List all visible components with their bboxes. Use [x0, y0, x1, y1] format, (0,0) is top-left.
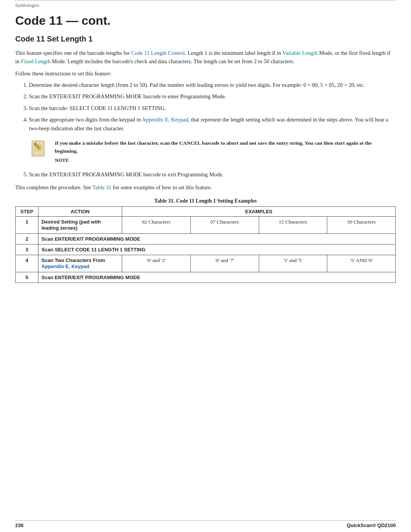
conclusion: This completes the procedure. See Table … [15, 183, 396, 192]
step-1: Determine the desired character length (… [29, 81, 396, 89]
note-text: If you make a mistake before the last ch… [55, 140, 372, 153]
table-row: 1 Desired Setting (pad with leading zero… [16, 216, 396, 233]
link-table31[interactable]: Table 31 [92, 184, 112, 190]
example-cell-4: 50 Characters [327, 216, 396, 233]
step-5: Scan the ENTER/EXIT PROGRAMMING MODE bar… [29, 170, 396, 179]
example-cell-4: '5' AND '0' [327, 255, 396, 272]
action-cell-span: Scan ENTER/EXIT PROGRAMMING MODE [38, 272, 396, 283]
top-rule [15, 0, 396, 3]
body-text-1a: This feature specifies one of the barcod… [15, 50, 130, 56]
body-text-1b: . Length 1 is the minimum label length i… [185, 50, 281, 56]
conclusion-prefix: This completes the procedure. See [15, 184, 91, 190]
th-action: ACTION [38, 206, 122, 216]
table-caption: Table 31. Code 11 Length 1 Setting Examp… [15, 198, 396, 204]
action-cell: Desired Setting (pad with leading zeroes… [38, 216, 122, 233]
section-title: Code 11 Set Length 1 [15, 35, 396, 43]
link-fixed[interactable]: Fixed Length [21, 58, 51, 64]
step-cell: 5 [16, 272, 38, 283]
steps-list: Determine the desired character length (… [29, 81, 396, 133]
link-length-control[interactable]: Code 11 Length Control [131, 50, 185, 56]
body-paragraph-1: This feature specifies one of the barcod… [15, 49, 396, 66]
step4-prefix: Scan the appropriate two digits from the… [29, 117, 141, 123]
action-text: Desired Setting (pad with leading zeroes… [41, 219, 101, 231]
chapter-title: Code 11 — cont. [15, 14, 396, 28]
example-cell-3: 15 Characters [259, 216, 327, 233]
table-row: 2 Scan ENTER/EXIT PROGRAMMING MODE [16, 233, 396, 244]
note-label: NOTE [55, 157, 396, 163]
action-text: Scan ENTER/EXIT PROGRAMMING MODE [41, 275, 140, 280]
action-text: Scan SELECT CODE 11 LENGTH 1 SETTING [41, 247, 145, 252]
table-row: 4 Scan Two Characters From Appendix E, K… [16, 255, 396, 272]
action-cell-span: Scan ENTER/EXIT PROGRAMMING MODE [38, 233, 396, 244]
step-4: Scan the appropriate two digits from the… [29, 115, 396, 133]
instructions-intro: Follow these instructions to set this fe… [15, 70, 396, 77]
step-cell: 1 [16, 216, 38, 233]
table-row: 5 Scan ENTER/EXIT PROGRAMMING MODE [16, 272, 396, 283]
footer-product: QuickScan® QD2100 [347, 522, 396, 528]
action-cell: Scan Two Characters From Appendix E, Key… [38, 255, 122, 272]
steps-list-2: Scan the ENTER/EXIT PROGRAMMING MODE bar… [29, 170, 396, 179]
body-text-1d: Mode. Length includes the barcode's chec… [52, 58, 294, 64]
action-cell-span: Scan SELECT CODE 11 LENGTH 1 SETTING [38, 244, 396, 255]
step-cell: 4 [16, 255, 38, 272]
step-2: Scan the ENTER/EXIT PROGRAMMING MODE bar… [29, 92, 396, 101]
note-box: If you make a mistake before the last ch… [29, 139, 396, 163]
footer-rule [15, 520, 396, 521]
examples-table: STEP ACTION EXAMPLES 1 Desired Setting (… [15, 206, 396, 283]
table-row: 3 Scan SELECT CODE 11 LENGTH 1 SETTING [16, 244, 396, 255]
link-variable[interactable]: Variable Length [282, 50, 318, 56]
breadcrumb: Symbologies [15, 3, 396, 10]
action-link-appendix[interactable]: Appendix E, Keypad [41, 264, 89, 269]
link-appendix[interactable]: Appendix E, Keypad [142, 117, 188, 123]
conclusion-suffix-text: for some examples of how to set this fea… [113, 184, 212, 190]
step-3: Scan the barcode: SELECT CODE 11 LENGTH … [29, 104, 396, 112]
step-cell: 3 [16, 244, 38, 255]
action-text: Scan ENTER/EXIT PROGRAMMING MODE [41, 236, 140, 242]
step-cell: 2 [16, 233, 38, 244]
example-cell-2: '0' and '7' [190, 255, 259, 272]
footer-page: 236 [15, 522, 24, 528]
note-icon [29, 139, 49, 160]
th-step: STEP [16, 206, 38, 216]
example-cell-2: 07 Characters [190, 216, 259, 233]
example-cell-3: '1' and '5' [259, 255, 327, 272]
footer: 236 QuickScan® QD2100 [15, 522, 396, 528]
action-bold-text: Scan Two Characters From [41, 257, 105, 263]
th-examples: EXAMPLES [122, 206, 396, 216]
note-content: If you make a mistake before the last ch… [55, 139, 396, 163]
example-cell-1: '0' and '2' [122, 255, 191, 272]
example-cell-1: 02 Characters [122, 216, 191, 233]
